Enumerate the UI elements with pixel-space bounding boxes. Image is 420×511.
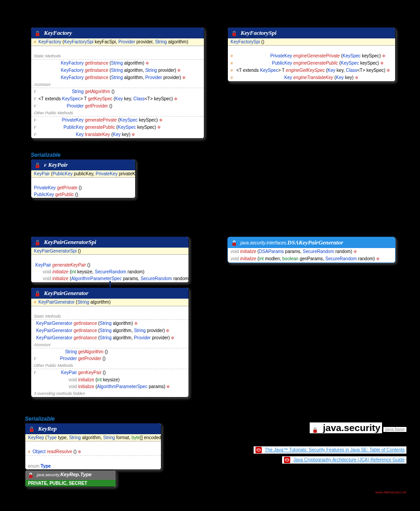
method: void initialize (int keysize) bbox=[31, 376, 189, 383]
class-keypair: F KeyPair KeyPair (PublicKey publicKey, … bbox=[31, 159, 136, 198]
svg-rect-1 bbox=[232, 33, 236, 36]
method: #PrivateKey engineGeneratePrivate (KeySp… bbox=[228, 52, 395, 60]
enum-name: KeyRep.Type bbox=[60, 472, 91, 477]
blank bbox=[31, 306, 189, 313]
method: FProvider getProvider () bbox=[31, 103, 204, 110]
svg-rect-0 bbox=[36, 33, 39, 36]
svg-rect-6 bbox=[30, 429, 33, 432]
interface-dsa: java.security.interfaces.DSAKeyPairGener… bbox=[227, 237, 396, 263]
lock-icon bbox=[231, 240, 237, 246]
oracle-icon bbox=[284, 457, 290, 463]
class-header: KeyPairGenerator bbox=[31, 288, 189, 299]
constructor: KeyPair (PublicKey publicKey, PrivateKey… bbox=[31, 170, 135, 178]
enum-header: java.security.KeyRep.Type bbox=[25, 470, 116, 480]
method: # <T extends KeySpec> T engineGetKeySpec… bbox=[228, 67, 395, 74]
method: FPrivateKey generatePrivate (KeySpec key… bbox=[31, 117, 204, 124]
method: FKey translateKey (Key key) ✲ bbox=[31, 131, 204, 138]
class-header: KeyFactorySpi bbox=[228, 28, 395, 38]
class-keyfactory: KeyFactory #KeyFactory (KeyFactorySpi ke… bbox=[31, 27, 204, 139]
lock-icon bbox=[35, 239, 40, 246]
method: FString getAlgorithm () bbox=[31, 88, 204, 95]
svg-rect-5 bbox=[36, 293, 39, 296]
class-kpg: KeyPairGenerator #KeyPairGenerator (Stri… bbox=[31, 287, 189, 398]
method: void initialize (int modlen, boolean gen… bbox=[228, 255, 395, 263]
constructor: KeyFactorySpi () bbox=[228, 38, 395, 46]
method: void initialize (DSAParams params, Secur… bbox=[228, 248, 395, 255]
lock-icon bbox=[35, 30, 40, 37]
method: void initialize (int keysize, SecureRand… bbox=[31, 268, 189, 275]
svg-rect-9 bbox=[255, 447, 262, 453]
class-header: KeyRep bbox=[25, 423, 161, 434]
doc-link-1[interactable]: The Java™ Tutorials: Security Features i… bbox=[254, 446, 406, 454]
package-title: java.security bbox=[323, 422, 380, 433]
section-other: Other Public Methods bbox=[31, 110, 204, 117]
link-text: Java Cryptography Architecture (JCA) Ref… bbox=[293, 457, 405, 462]
svg-rect-8 bbox=[313, 430, 317, 433]
class-name: KeyPairGenerator bbox=[44, 290, 88, 296]
constructor: #KeyFactory (KeyFactorySpi keyFacSpi, Pr… bbox=[31, 38, 204, 46]
lock-icon bbox=[29, 426, 34, 432]
blank bbox=[25, 441, 161, 448]
class-keyrep: KeyRep KeyRep (Type type, String algorit… bbox=[25, 423, 161, 470]
method: FKeyPair genKeyPair () bbox=[31, 369, 189, 376]
interface-name: DSAKeyPairGenerator bbox=[288, 239, 344, 246]
section-static: Static Methods bbox=[31, 313, 189, 320]
module-name: java.base bbox=[383, 427, 406, 432]
method: KeyPairGenerator getInstance (String alg… bbox=[31, 334, 189, 342]
section-static: Static Methods bbox=[31, 53, 204, 60]
lock-icon bbox=[311, 425, 318, 432]
method: KeyFactory getInstance (String algorithm… bbox=[31, 74, 204, 81]
class-keyfactoryspi: KeyFactorySpi KeyFactorySpi () #PrivateK… bbox=[227, 27, 396, 82]
lock-icon bbox=[35, 162, 40, 169]
method: #Key engineTranslateKey (Key key) ✲ bbox=[228, 74, 395, 81]
method: KeyPair generateKeyPair () bbox=[31, 262, 189, 268]
method: void initialize (AlgorithmParameterSpec … bbox=[31, 383, 189, 390]
class-name: KeyPair bbox=[48, 161, 68, 168]
lock-icon bbox=[35, 291, 40, 297]
svg-rect-2 bbox=[36, 165, 39, 168]
method: KeyFactory getInstance (String algorithm… bbox=[31, 60, 204, 67]
class-header: KeyFactory bbox=[31, 28, 204, 38]
method: KeyFactory getInstance (String algorithm… bbox=[31, 67, 204, 74]
class-kpgspi: KeyPairGeneratorSpi KeyPairGeneratorSpi … bbox=[31, 236, 189, 283]
interface-header: java.security.interfaces.DSAKeyPairGener… bbox=[228, 237, 395, 248]
link-text: The Java™ Tutorials: Security Features i… bbox=[265, 447, 405, 452]
interface-pkg: java.security.interfaces. bbox=[241, 240, 288, 245]
serializable-label: Serializable bbox=[31, 152, 61, 158]
svg-rect-7 bbox=[29, 475, 33, 478]
blank bbox=[228, 46, 395, 52]
section-accessor: Accessor bbox=[31, 81, 204, 88]
method: F<T extends KeySpec> T getKeySpec (Key k… bbox=[31, 95, 204, 103]
section-accessor: Accessor bbox=[31, 342, 189, 348]
credit: www.falkhausen.de bbox=[375, 490, 406, 494]
method: KeyPairGenerator getInstance (String alg… bbox=[31, 327, 189, 334]
class-header: F KeyPair bbox=[31, 159, 135, 170]
method: #Object readResolve () ✲ bbox=[25, 448, 161, 455]
constructor: #KeyPairGenerator (String algorithm) bbox=[31, 299, 189, 306]
class-name: KeyFactory bbox=[44, 29, 72, 36]
method: String getAlgorithm () bbox=[31, 348, 189, 355]
enum-ref: enum Type bbox=[25, 463, 161, 469]
lock-icon bbox=[28, 472, 33, 478]
class-name: KeyFactorySpi bbox=[241, 29, 276, 36]
hidden-note: 3 overriding methods hidden bbox=[31, 390, 189, 397]
enum-keyreptype: java.security.KeyRep.Type PRIVATE, PUBLI… bbox=[25, 470, 116, 487]
method: KeyPairGenerator getInstance (String alg… bbox=[31, 320, 189, 327]
class-header: KeyPairGeneratorSpi bbox=[31, 237, 189, 248]
constructor: KeyPairGeneratorSpi () bbox=[31, 248, 189, 255]
constructor: KeyRep (Type type, String algorithm, Str… bbox=[25, 434, 161, 441]
svg-rect-4 bbox=[232, 243, 236, 246]
blank bbox=[31, 46, 204, 53]
doc-link-2[interactable]: Java Cryptography Architecture (JCA) Ref… bbox=[282, 456, 406, 464]
oracle-icon bbox=[255, 447, 262, 453]
method: PublicKey getPublic () bbox=[31, 191, 135, 198]
section-other: Other Public Methods bbox=[31, 362, 189, 369]
svg-rect-11 bbox=[284, 457, 290, 463]
enum-pkg: java.security. bbox=[37, 473, 61, 477]
serializable-label: Serializable bbox=[25, 416, 55, 422]
blank bbox=[31, 255, 189, 262]
class-name: KeyRep bbox=[38, 425, 57, 432]
package-block: java.security java.base bbox=[310, 422, 406, 433]
method: FPublicKey generatePublic (KeySpec keySp… bbox=[31, 124, 204, 131]
method: PrivateKey getPrivate () bbox=[31, 184, 135, 191]
